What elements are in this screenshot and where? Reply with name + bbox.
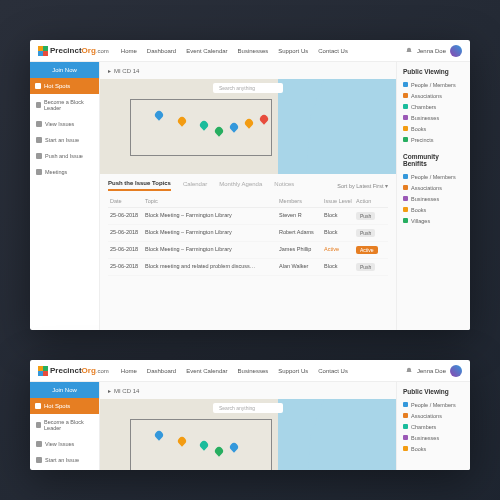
nav-home[interactable]: Home bbox=[121, 48, 137, 54]
panel-item[interactable]: Villages bbox=[403, 215, 464, 226]
panel-item[interactable]: Chambers bbox=[403, 421, 464, 432]
nav-calendar[interactable]: Event Calendar bbox=[186, 368, 227, 374]
map-pin[interactable] bbox=[245, 119, 253, 129]
table-row[interactable]: 25-06-2018Block meeting and related prob… bbox=[108, 259, 388, 276]
nav-support[interactable]: Support Us bbox=[278, 368, 308, 374]
map-pin[interactable] bbox=[215, 447, 223, 457]
panel-item[interactable]: Businesses bbox=[403, 193, 464, 204]
sidebar-item-push-issue[interactable]: Push and Issue bbox=[30, 148, 99, 164]
panel-item[interactable]: Books bbox=[403, 443, 464, 454]
panel-item[interactable]: Associations bbox=[403, 182, 464, 193]
nav-home[interactable]: Home bbox=[121, 368, 137, 374]
logo-text: PrecinctOrg.com bbox=[50, 366, 109, 375]
sidebar-item-meetings[interactable]: Meetings bbox=[30, 164, 99, 180]
person-icon bbox=[36, 422, 41, 428]
sidebar-item-view-issues[interactable]: View Issues bbox=[30, 116, 99, 132]
logo[interactable]: PrecinctOrg.com bbox=[38, 366, 109, 376]
main-content: ▸MI CD 14 Search anything Push the Issue… bbox=[100, 62, 396, 330]
user-menu[interactable]: Jenna Doe bbox=[405, 365, 462, 377]
sidebar-item[interactable]: Become a Block Leader bbox=[30, 414, 99, 436]
eye-icon bbox=[36, 441, 42, 447]
panel-item[interactable]: People / Members bbox=[403, 171, 464, 182]
panel-item[interactable]: Chambers bbox=[403, 101, 464, 112]
push-button[interactable]: Push bbox=[356, 229, 375, 237]
nav-businesses[interactable]: Businesses bbox=[238, 48, 269, 54]
panel-item[interactable]: Books bbox=[403, 204, 464, 215]
map[interactable]: Search anything bbox=[100, 79, 396, 174]
active-button[interactable]: Active bbox=[356, 246, 378, 254]
dot-icon bbox=[403, 402, 408, 407]
panel-item[interactable]: Books bbox=[403, 123, 464, 134]
sidebar-item-start-issue[interactable]: Start an Issue bbox=[30, 132, 99, 148]
tab-calendar[interactable]: Calendar bbox=[183, 181, 207, 190]
panel-item[interactable]: People / Members bbox=[403, 399, 464, 410]
top-nav: Home Dashboard Event Calendar Businesses… bbox=[121, 368, 405, 374]
plus-icon bbox=[36, 457, 42, 463]
map-pin[interactable] bbox=[155, 431, 163, 441]
table-header: Date Topic Members Issue Level Action bbox=[108, 195, 388, 208]
dot-icon bbox=[403, 413, 408, 418]
dot-icon bbox=[403, 424, 408, 429]
map-pin[interactable] bbox=[215, 127, 223, 137]
nav-contact[interactable]: Contact Us bbox=[318, 48, 348, 54]
panel-item[interactable]: Businesses bbox=[403, 112, 464, 123]
home-icon[interactable]: ▸ bbox=[108, 67, 111, 74]
hot-spots-button[interactable]: Hot Spots bbox=[30, 78, 99, 94]
tab-agenda[interactable]: Monthly Agenda bbox=[219, 181, 262, 190]
sidebar-item[interactable]: Start an Issue bbox=[30, 452, 99, 468]
panel-item[interactable]: Associations bbox=[403, 90, 464, 101]
map-pin[interactable] bbox=[200, 441, 208, 451]
panel-item[interactable]: People / Members bbox=[403, 79, 464, 90]
nav-businesses[interactable]: Businesses bbox=[238, 368, 269, 374]
avatar bbox=[450, 45, 462, 57]
dot-icon bbox=[403, 93, 408, 98]
body: Join Now Hot Spots Become a Block Leader… bbox=[30, 62, 470, 330]
tab-push-issue[interactable]: Push the Issue Topics bbox=[108, 180, 171, 191]
map-pin[interactable] bbox=[178, 437, 186, 447]
user-menu[interactable]: Jenna Doe bbox=[405, 45, 462, 57]
top-nav: Home Dashboard Event Calendar Businesses… bbox=[121, 48, 405, 54]
panel-item[interactable]: Associations bbox=[403, 410, 464, 421]
sidebar-item[interactable]: View Issues bbox=[30, 436, 99, 452]
map-pin[interactable] bbox=[230, 443, 238, 453]
map-pin[interactable] bbox=[178, 117, 186, 127]
join-button[interactable]: Join Now bbox=[30, 62, 99, 78]
calendar-icon bbox=[36, 169, 42, 175]
table-row[interactable]: 25-06-2018Block Meeting – Farmington Lib… bbox=[108, 242, 388, 259]
map-search-input[interactable]: Search anything bbox=[213, 403, 283, 413]
map-pin[interactable] bbox=[260, 115, 268, 125]
map-pin[interactable] bbox=[155, 111, 163, 121]
nav-dashboard[interactable]: Dashboard bbox=[147, 368, 176, 374]
panel-item[interactable]: Businesses bbox=[403, 432, 464, 443]
logo-icon bbox=[38, 46, 48, 56]
dot-icon bbox=[403, 82, 408, 87]
map-pin[interactable] bbox=[230, 123, 238, 133]
hot-spots-button[interactable]: Hot Spots bbox=[30, 398, 99, 414]
join-button[interactable]: Join Now bbox=[30, 382, 99, 398]
map-search-input[interactable]: Search anything bbox=[213, 83, 283, 93]
nav-contact[interactable]: Contact Us bbox=[318, 368, 348, 374]
sidebar-item-block-leader[interactable]: Become a Block Leader bbox=[30, 94, 99, 116]
panel-title-public: Public Viewing bbox=[403, 388, 464, 395]
nav-dashboard[interactable]: Dashboard bbox=[147, 48, 176, 54]
map-pin[interactable] bbox=[200, 121, 208, 131]
sidebar: Join Now Hot Spots Become a Block Leader… bbox=[30, 382, 100, 470]
logo[interactable]: PrecinctOrg.com bbox=[38, 46, 109, 56]
sort-dropdown[interactable]: Sort by Latest First ▾ bbox=[337, 183, 388, 189]
dot-icon bbox=[403, 115, 408, 120]
panel-item[interactable]: Precincts bbox=[403, 134, 464, 145]
breadcrumb-district[interactable]: MI CD 14 bbox=[114, 68, 139, 74]
logo-icon bbox=[38, 366, 48, 376]
push-button[interactable]: Push bbox=[356, 263, 375, 271]
dot-icon bbox=[403, 196, 408, 201]
flame-icon bbox=[35, 403, 41, 409]
sidebar-item[interactable]: Push and Issue bbox=[30, 468, 99, 470]
map[interactable]: Search anything bbox=[100, 399, 396, 470]
breadcrumb: ▸MI CD 14 bbox=[100, 62, 396, 79]
table-row[interactable]: 25-06-2018Block Meeting – Farmington Lib… bbox=[108, 225, 388, 242]
tab-notices[interactable]: Notices bbox=[274, 181, 294, 190]
push-button[interactable]: Push bbox=[356, 212, 375, 220]
nav-calendar[interactable]: Event Calendar bbox=[186, 48, 227, 54]
table-row[interactable]: 25-06-2018Block Meeting – Farmington Lib… bbox=[108, 208, 388, 225]
nav-support[interactable]: Support Us bbox=[278, 48, 308, 54]
